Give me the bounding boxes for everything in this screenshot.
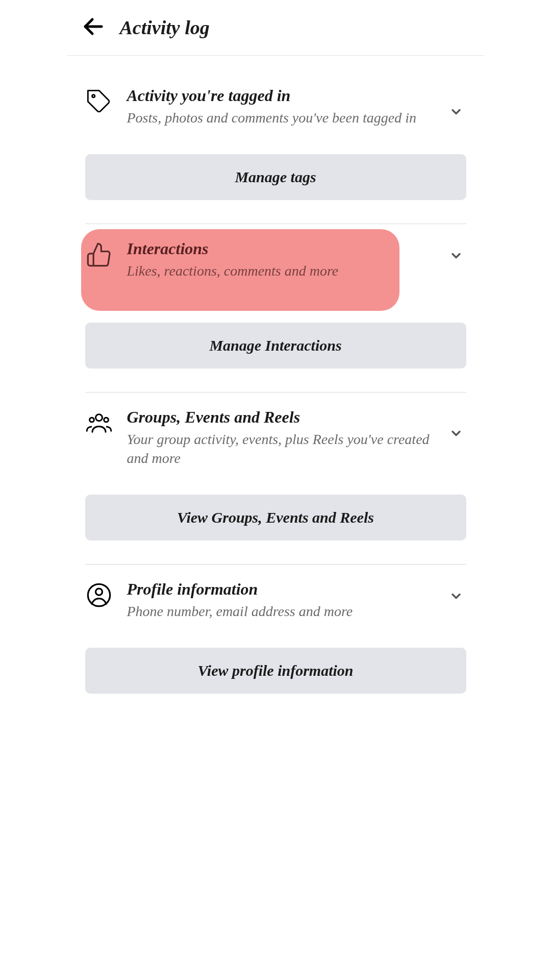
section-tagged: Activity you're tagged in Posts, photos … <box>85 71 466 200</box>
view-groups-button[interactable]: View Groups, Events and Reels <box>85 495 466 541</box>
svg-point-3 <box>89 418 94 422</box>
section-title-tagged: Activity you're tagged in <box>127 86 441 105</box>
section-subtitle-profile: Phone number, email address and more <box>127 602 441 621</box>
section-text-interactions: Interactions Likes, reactions, comments … <box>127 239 466 281</box>
svg-point-6 <box>95 589 102 595</box>
section-row-groups[interactable]: Groups, Events and Reels Your group acti… <box>85 408 466 469</box>
section-groups: Groups, Events and Reels Your group acti… <box>85 392 466 541</box>
chevron-down-icon <box>449 589 463 605</box>
back-icon[interactable] <box>81 14 106 41</box>
chevron-down-icon <box>449 426 463 443</box>
header: Activity log <box>67 0 485 56</box>
page-title: Activity log <box>120 16 210 39</box>
section-row-tagged[interactable]: Activity you're tagged in Posts, photos … <box>85 86 466 128</box>
section-subtitle-tagged: Posts, photos and comments you've been t… <box>127 108 441 128</box>
section-title-interactions: Interactions <box>127 239 441 258</box>
section-title-groups: Groups, Events and Reels <box>127 408 441 427</box>
thumbs-up-icon <box>85 239 113 268</box>
view-profile-button[interactable]: View profile information <box>85 648 466 694</box>
section-row-interactions[interactable]: Interactions Likes, reactions, comments … <box>85 239 466 281</box>
svg-point-2 <box>95 414 102 421</box>
section-text-tagged: Activity you're tagged in Posts, photos … <box>127 86 466 128</box>
content-area: Activity you're tagged in Posts, photos … <box>67 71 485 694</box>
section-interactions: Interactions Likes, reactions, comments … <box>85 224 466 369</box>
svg-point-4 <box>104 418 108 422</box>
section-text-profile: Profile information Phone number, email … <box>127 580 466 621</box>
svg-point-1 <box>92 95 94 97</box>
people-group-icon <box>85 408 113 436</box>
tag-icon <box>85 86 113 115</box>
profile-icon <box>85 580 113 608</box>
section-row-profile[interactable]: Profile information Phone number, email … <box>85 580 466 621</box>
manage-tags-button[interactable]: Manage tags <box>85 154 466 200</box>
chevron-down-icon <box>449 249 463 265</box>
chevron-down-icon <box>449 105 463 121</box>
section-text-groups: Groups, Events and Reels Your group acti… <box>127 408 466 469</box>
section-subtitle-groups: Your group activity, events, plus Reels … <box>127 430 441 469</box>
manage-interactions-button[interactable]: Manage Interactions <box>85 323 466 369</box>
section-title-profile: Profile information <box>127 580 441 599</box>
section-profile: Profile information Phone number, email … <box>85 564 466 694</box>
section-subtitle-interactions: Likes, reactions, comments and more <box>127 261 441 281</box>
